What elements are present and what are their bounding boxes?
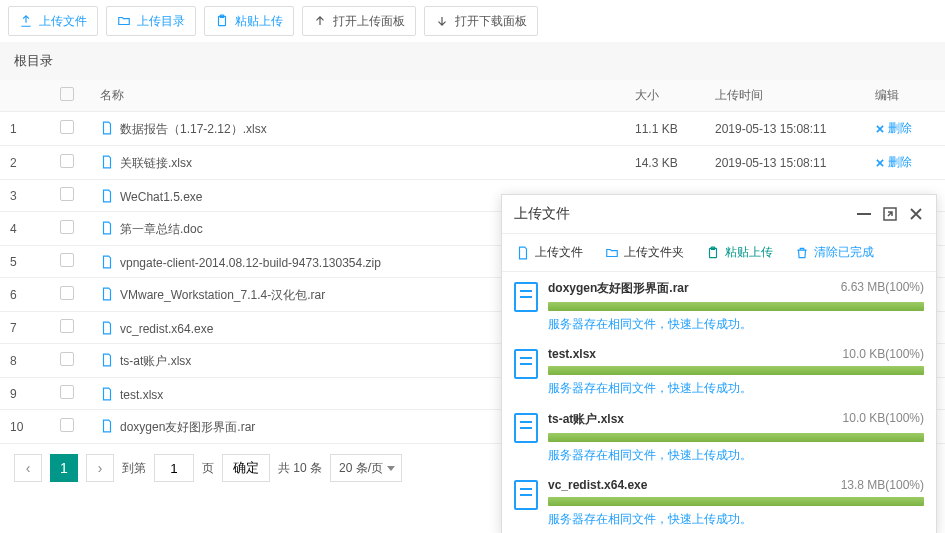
row-checkbox[interactable] [60,418,74,432]
pager-goto-input[interactable] [154,454,194,482]
row-name[interactable]: 数据报告（1.17-2.12）.xlsx [90,112,625,146]
file-icon [100,353,114,367]
tab-upload-file-label: 上传文件 [535,244,583,261]
row-checkbox[interactable] [60,120,74,134]
upload-item-name: ts-at账户.xlsx [548,411,624,428]
upload-progress-bar [548,433,924,442]
upload-item-size: 6.63 MB(100%) [841,280,924,297]
upload-file-label: 上传文件 [39,13,87,30]
upload-progress-bar [548,366,924,375]
delete-button[interactable]: 删除 [875,154,912,171]
row-index: 2 [0,146,50,180]
upload-progress-bar [548,497,924,506]
pager-next-button[interactable]: › [86,454,114,482]
file-badge-icon [514,349,538,379]
open-download-panel-label: 打开下载面板 [455,13,527,30]
row-checkbox[interactable] [60,187,74,201]
row-index: 8 [0,344,50,378]
file-icon [516,246,530,260]
svg-rect-2 [857,213,871,215]
arrow-down-icon [435,14,449,28]
file-icon [100,419,114,433]
col-size: 大小 [625,80,705,112]
col-select-all [50,80,90,112]
col-time: 上传时间 [705,80,865,112]
upload-item-msg: 服务器存在相同文件，快速上传成功。 [548,511,924,528]
close-icon[interactable] [908,206,924,222]
row-checkbox[interactable] [60,352,74,366]
open-upload-panel-label: 打开上传面板 [333,13,405,30]
upload-item: doxygen友好图形界面.rar6.63 MB(100%)服务器存在相同文件，… [502,272,936,339]
upload-item-name: vc_redist.x64.exe [548,478,647,492]
upload-dir-button[interactable]: 上传目录 [106,6,196,36]
pager-goto-label-a: 到第 [122,460,146,477]
row-checkbox[interactable] [60,253,74,267]
folder-icon [605,246,619,260]
pager-pagesize-label: 20 条/页 [339,460,383,477]
row-name[interactable]: 关联链接.xlsx [90,146,625,180]
chevron-down-icon [387,466,395,471]
row-checkbox[interactable] [60,286,74,300]
pager-confirm-button[interactable]: 确定 [222,454,270,482]
row-index: 4 [0,212,50,246]
row-checkbox[interactable] [60,154,74,168]
upload-progress-bar [548,302,924,311]
delete-button[interactable]: 删除 [875,120,912,137]
file-icon [100,287,114,301]
pager-total: 共 10 条 [278,460,322,477]
row-time: 2019-05-13 15:08:11 [705,146,865,180]
tab-paste-upload[interactable]: 粘贴上传 [706,244,773,261]
upload-file-button[interactable]: 上传文件 [8,6,98,36]
clipboard-icon [215,14,229,28]
file-icon [100,189,114,203]
select-all-checkbox[interactable] [60,87,74,101]
row-size: 14.3 KB [625,146,705,180]
expand-icon[interactable] [882,206,898,222]
row-index: 10 [0,410,50,444]
row-index: 3 [0,180,50,212]
upload-icon [19,14,33,28]
pager-page-1[interactable]: 1 [50,454,78,482]
file-icon [100,321,114,335]
tab-clear-done-label: 清除已完成 [814,244,874,261]
col-edit: 编辑 [865,80,945,112]
trash-icon [795,246,809,260]
pager-prev-button[interactable]: ‹ [14,454,42,482]
open-download-panel-button[interactable]: 打开下载面板 [424,6,538,36]
tab-paste-upload-label: 粘贴上传 [725,244,773,261]
upload-item-msg: 服务器存在相同文件，快速上传成功。 [548,380,924,397]
upload-item-name: doxygen友好图形界面.rar [548,280,689,297]
upload-item: vc_redist.x64.exe13.8 MB(100%)服务器存在相同文件，… [502,470,936,533]
folder-icon [117,14,131,28]
row-time: 2019-05-13 15:08:11 [705,112,865,146]
upload-item-msg: 服务器存在相同文件，快速上传成功。 [548,447,924,464]
minimize-icon[interactable] [856,206,872,222]
table-row: 1数据报告（1.17-2.12）.xlsx11.1 KB2019-05-13 1… [0,112,945,146]
row-checkbox[interactable] [60,385,74,399]
upload-item-size: 10.0 KB(100%) [843,411,924,428]
row-index: 6 [0,278,50,312]
upload-item: test.xlsx10.0 KB(100%)服务器存在相同文件，快速上传成功。 [502,339,936,403]
row-checkbox[interactable] [60,319,74,333]
open-upload-panel-button[interactable]: 打开上传面板 [302,6,416,36]
upload-dir-label: 上传目录 [137,13,185,30]
file-icon [100,387,114,401]
row-size: 11.1 KB [625,112,705,146]
tab-upload-file[interactable]: 上传文件 [516,244,583,261]
file-icon [100,155,114,169]
row-checkbox[interactable] [60,220,74,234]
clipboard-icon [706,246,720,260]
file-badge-icon [514,413,538,443]
pager-pagesize-select[interactable]: 20 条/页 [330,454,402,482]
paste-upload-button[interactable]: 粘贴上传 [204,6,294,36]
tab-clear-done[interactable]: 清除已完成 [795,244,874,261]
col-name: 名称 [90,80,625,112]
breadcrumb[interactable]: 根目录 [0,42,945,80]
tab-upload-folder-label: 上传文件夹 [624,244,684,261]
paste-upload-label: 粘贴上传 [235,13,283,30]
tab-upload-folder[interactable]: 上传文件夹 [605,244,684,261]
col-index [0,80,50,112]
upload-panel-title: 上传文件 [514,205,570,223]
row-index: 5 [0,246,50,278]
row-index: 9 [0,378,50,410]
